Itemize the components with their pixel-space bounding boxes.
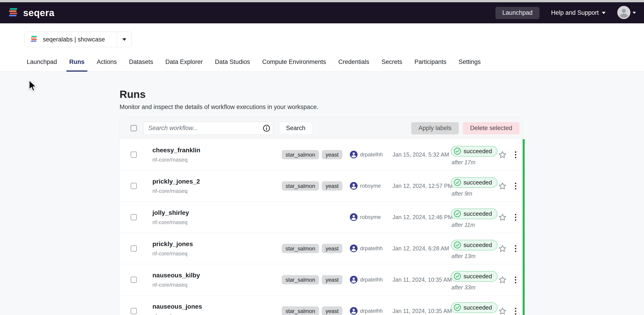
- check-circle-icon: [454, 304, 461, 311]
- run-name[interactable]: prickly_jones: [152, 240, 193, 248]
- kebab-icon: [515, 182, 516, 190]
- tab-credentials[interactable]: Credentials: [332, 59, 376, 71]
- row-menu-button[interactable]: [513, 182, 518, 190]
- run-labels: star_salmon yeast: [282, 181, 342, 191]
- run-user: drpatelhh: [350, 264, 383, 295]
- table-row[interactable]: cheesy_franklin nf-core/rnaseq star_salm…: [120, 139, 523, 170]
- run-date: Jan 11, 2024, 10:35 AM: [392, 264, 452, 295]
- table-status-side-bar: [523, 139, 525, 315]
- star-icon: [498, 244, 507, 253]
- table-row[interactable]: nauseous_kilby nf-core/rnaseq star_salmo…: [120, 264, 523, 295]
- tab-data-explorer[interactable]: Data Explorer: [159, 59, 209, 71]
- search-input[interactable]: [143, 122, 260, 135]
- row-checkbox[interactable]: [131, 277, 137, 283]
- select-all-checkbox[interactable]: [131, 125, 137, 131]
- logo-wordmark: seqera: [23, 8, 54, 18]
- status-text: succeeded: [464, 242, 492, 249]
- label-pill[interactable]: star_salmon: [282, 275, 319, 285]
- star-icon: [498, 150, 507, 159]
- tab-datasets[interactable]: Datasets: [123, 59, 160, 71]
- run-date: Jan 15, 2024, 5:32 AM: [392, 139, 449, 170]
- table-row[interactable]: prickly_jones_2 nf-core/rnaseq star_salm…: [120, 170, 523, 202]
- search-info-button[interactable]: [260, 122, 273, 135]
- tab-runs[interactable]: Runs: [63, 59, 91, 71]
- label-pill[interactable]: yeast: [322, 181, 342, 191]
- run-labels: star_salmon yeast: [282, 244, 342, 253]
- star-button[interactable]: [498, 213, 507, 222]
- status-text: succeeded: [464, 210, 492, 217]
- workspace-dropdown-toggle[interactable]: [117, 32, 131, 47]
- kebab-icon: [515, 245, 516, 253]
- row-menu-button[interactable]: [513, 276, 518, 284]
- row-menu-button[interactable]: [513, 307, 518, 315]
- run-user: robsyme: [350, 170, 381, 201]
- workspace-selector[interactable]: seqeralabs | showcase: [24, 32, 132, 47]
- run-name[interactable]: jolly_shirley: [152, 209, 189, 216]
- tab-data-studios[interactable]: Data Studios: [209, 59, 256, 71]
- table-row[interactable]: prickly_jones nf-core/rnaseq star_salmon…: [120, 233, 523, 264]
- avatar: [617, 6, 630, 20]
- search-button[interactable]: Search: [279, 122, 312, 135]
- star-button[interactable]: [498, 150, 507, 159]
- label-pill[interactable]: yeast: [322, 306, 342, 315]
- label-pill[interactable]: star_salmon: [282, 244, 319, 253]
- check-circle-icon: [454, 179, 461, 186]
- tab-actions[interactable]: Actions: [90, 59, 123, 71]
- label-pill[interactable]: yeast: [322, 244, 342, 253]
- status-badge: succeeded: [451, 271, 498, 282]
- label-pill[interactable]: yeast: [322, 150, 342, 160]
- row-checkbox[interactable]: [131, 245, 137, 251]
- status-text: succeeded: [464, 179, 492, 186]
- row-menu-button[interactable]: [513, 213, 518, 222]
- check-circle-icon: [454, 210, 461, 218]
- tab-launchpad[interactable]: Launchpad: [20, 59, 63, 71]
- user-menu[interactable]: [617, 6, 636, 20]
- star-button[interactable]: [498, 182, 507, 191]
- seqera-logo-icon: [8, 7, 19, 19]
- label-pill[interactable]: star_salmon: [282, 306, 319, 315]
- run-name[interactable]: nauseous_jones: [152, 303, 202, 310]
- run-duration: after 11m: [452, 222, 475, 228]
- kebab-icon: [515, 307, 516, 315]
- star-button[interactable]: [498, 306, 507, 315]
- row-menu-button[interactable]: [513, 245, 518, 253]
- check-circle-icon: [454, 272, 461, 280]
- runs-table: Search Apply labels Delete selected chee…: [120, 117, 523, 315]
- row-checkbox[interactable]: [131, 183, 137, 189]
- tab-compute-environments[interactable]: Compute Environments: [256, 59, 332, 71]
- delete-selected-button[interactable]: Delete selected: [463, 122, 520, 134]
- help-and-support-menu[interactable]: Help and Support: [551, 9, 606, 16]
- run-date: Jan 12, 2024, 12:46 PM: [392, 202, 452, 233]
- tab-participants[interactable]: Participants: [408, 59, 452, 71]
- apply-labels-button[interactable]: Apply labels: [411, 122, 459, 134]
- run-name[interactable]: nauseous_kilby: [152, 272, 200, 279]
- tab-secrets[interactable]: Secrets: [376, 59, 408, 71]
- table-row[interactable]: jolly_shirley nf-core/rnaseq robsyme Jan…: [120, 202, 523, 233]
- star-button[interactable]: [498, 244, 507, 253]
- row-checkbox[interactable]: [131, 308, 137, 314]
- run-duration: after 9m: [452, 190, 472, 197]
- run-user-name: drpatelhh: [360, 245, 383, 251]
- run-labels: star_salmon yeast: [282, 150, 342, 160]
- row-checkbox[interactable]: [131, 214, 137, 220]
- tab-settings[interactable]: Settings: [452, 59, 487, 71]
- row-checkbox[interactable]: [131, 152, 137, 158]
- run-user: robsyme: [350, 202, 381, 233]
- label-pill[interactable]: star_salmon: [282, 181, 319, 191]
- launchpad-button[interactable]: Launchpad: [496, 7, 540, 19]
- row-menu-button[interactable]: [513, 151, 518, 159]
- workspace-tabs: Launchpad Runs Actions Datasets Data Exp…: [0, 59, 644, 72]
- run-name[interactable]: cheesy_franklin: [152, 147, 200, 154]
- star-icon: [498, 182, 507, 191]
- page-subtitle: Monitor and inspect the details of workf…: [120, 103, 644, 111]
- status-badge: succeeded: [451, 177, 498, 188]
- workspace-selector-main[interactable]: seqeralabs | showcase: [25, 32, 117, 47]
- label-pill[interactable]: yeast: [322, 275, 342, 285]
- label-pill[interactable]: star_salmon: [282, 150, 319, 160]
- run-user: drpatelhh: [350, 233, 383, 264]
- star-button[interactable]: [498, 275, 507, 284]
- table-row[interactable]: nauseous_jones nf-core/rnaseq star_salmo…: [120, 295, 523, 315]
- run-name[interactable]: prickly_jones_2: [152, 178, 200, 185]
- run-pipeline: nf-core/rnaseq: [152, 313, 188, 315]
- run-user-name: robsyme: [360, 183, 381, 189]
